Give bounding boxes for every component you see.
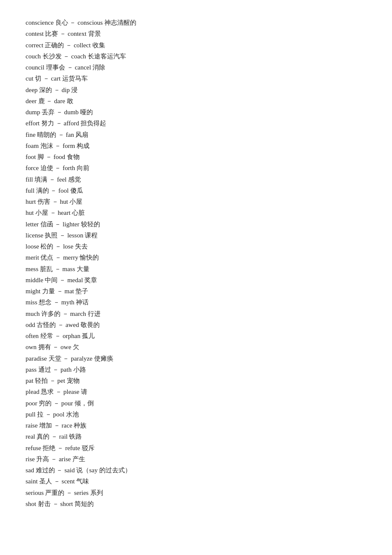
list-item: foam 泡沫 － form 构成: [26, 140, 366, 151]
list-item: odd 古怪的 － awed 敬畏的: [26, 319, 366, 330]
list-item: correct 正确的 － collect 收集: [26, 40, 366, 51]
list-item: merit 优点 － merry 愉快的: [26, 252, 366, 263]
list-item: middle 中间 － medal 奖章: [26, 275, 366, 286]
list-item: pat 轻拍 － pet 宠物: [26, 375, 366, 386]
list-item: dump 丢弃 － dumb 哑的: [26, 107, 366, 118]
list-item: force 迫使 － forth 向前: [26, 162, 366, 173]
list-item: license 执照 － lesson 课程: [26, 230, 366, 241]
list-item: mess 脏乱 － mass 大量: [26, 263, 366, 275]
list-item: fine 晴朗的 － fan 风扇: [26, 129, 366, 140]
list-item: plead 恳求 － please 请: [26, 386, 366, 397]
list-item: rise 升高 － arise 产生: [26, 454, 366, 465]
list-item: serious 严重的 － series 系列: [26, 487, 366, 498]
list-item: fill 填满 － feel 感觉: [26, 174, 366, 185]
word-list: conscience 良心 － conscious 神志清醒的contest 比…: [26, 17, 366, 509]
list-item: cut 切 － cart 运货马车: [26, 73, 366, 84]
list-item: pass 通过 － path 小路: [26, 364, 366, 375]
list-item: contest 比赛 － context 背景: [26, 28, 366, 39]
list-item: saint 圣人 － scent 气味: [26, 476, 366, 487]
list-item: real 真的 － rail 铁路: [26, 431, 366, 442]
list-item: paradise 天堂 － paralyze 使瘫痪: [26, 353, 366, 364]
list-item: foot 脚 － food 食物: [26, 151, 366, 162]
list-item: much 许多的 － march 行进: [26, 308, 366, 319]
list-item: couch 长沙发 － coach 长途客运汽车: [26, 51, 366, 62]
list-item: hurt 伤害 － hut 小屋: [26, 196, 366, 207]
list-item: deep 深的 － dip 浸: [26, 84, 366, 95]
list-item: own 拥有 － owe 欠: [26, 341, 366, 353]
list-item: sad 难过的 － said 说（say 的过去式）: [26, 465, 366, 476]
list-item: refuse 拒绝 － refute 驳斥: [26, 442, 366, 454]
list-item: shot 射击 － short 简短的: [26, 498, 366, 509]
list-item: might 力量 － mat 垫子: [26, 286, 366, 297]
list-item: often 经常 － orphan 孤儿: [26, 330, 366, 341]
list-item: hut 小屋 － heart 心脏: [26, 207, 366, 218]
list-item: deer 鹿 － dare 敢: [26, 95, 366, 107]
list-item: loose 松的 － lose 失去: [26, 241, 366, 252]
list-item: conscience 良心 － conscious 神志清醒的: [26, 17, 366, 28]
list-item: effort 努力 － afford 担负得起: [26, 118, 366, 129]
list-item: full 满的 － fool 傻瓜: [26, 185, 366, 196]
list-item: raise 增加 － race 种族: [26, 420, 366, 431]
list-item: pull 拉 － pool 水池: [26, 409, 366, 420]
list-item: letter 信函 － lighter 较轻的: [26, 219, 366, 230]
list-item: miss 想念 － myth 神话: [26, 297, 366, 308]
list-item: council 理事会 － cancel 消除: [26, 62, 366, 73]
list-item: poor 穷的 － pour 倾，倒: [26, 398, 366, 409]
